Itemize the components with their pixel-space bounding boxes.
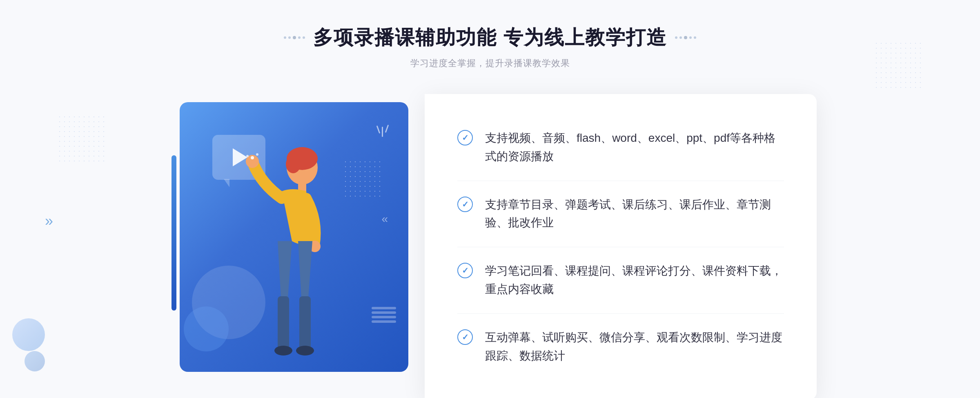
svg-rect-6 xyxy=(278,296,289,349)
page-circle-1 xyxy=(12,318,45,351)
check-icon-1: ✓ xyxy=(457,130,473,145)
accent-bar xyxy=(172,155,176,311)
svg-point-11 xyxy=(256,153,258,156)
check-mark-2: ✓ xyxy=(462,200,469,208)
feature-text-4: 互动弹幕、试听购买、微信分享、观看次数限制、学习进度跟踪、数据统计 xyxy=(485,329,784,365)
svg-point-12 xyxy=(246,155,249,157)
feature-text-3: 学习笔记回看、课程提问、课程评论打分、课件资料下载，重点内容收藏 xyxy=(485,262,784,299)
features-panel: ✓ 支持视频、音频、flash、word、excel、ppt、pdf等各种格式的… xyxy=(425,94,817,398)
svg-point-8 xyxy=(274,346,292,356)
svg-point-2 xyxy=(286,155,301,173)
header-dots-right xyxy=(675,36,696,39)
check-mark-4: ✓ xyxy=(462,333,469,341)
ray-3 xyxy=(376,125,381,134)
ray-1 xyxy=(382,127,383,137)
dot2 xyxy=(288,36,291,39)
header-title-row: 多项录播课辅助功能 专为线上教学打造 xyxy=(284,25,696,51)
lines-decoration xyxy=(372,307,396,323)
feature-item-2: ✓ 支持章节目录、弹题考试、课后练习、课后作业、章节测验、批改作业 xyxy=(457,181,784,248)
dot4 xyxy=(298,36,301,39)
svg-rect-7 xyxy=(299,296,311,349)
page-title: 多项录播课辅助功能 专为线上教学打造 xyxy=(313,25,666,51)
header-dots-left xyxy=(284,36,305,39)
page-circle-2 xyxy=(24,351,45,371)
feature-item-4: ✓ 互动弹幕、试听购买、微信分享、观看次数限制、学习进度跟踪、数据统计 xyxy=(457,314,784,380)
svg-point-10 xyxy=(251,156,254,159)
feature-item-1: ✓ 支持视频、音频、flash、word、excel、ppt、pdf等各种格式的… xyxy=(457,114,784,181)
header-section: 多项录播课辅助功能 专为线上教学打造 学习进度全掌握，提升录播课教学效果 xyxy=(284,25,696,69)
dot9 xyxy=(689,36,692,39)
illustration-container: « xyxy=(163,94,425,398)
dot8 xyxy=(684,36,687,39)
check-mark-1: ✓ xyxy=(462,134,469,142)
dot-pattern-left xyxy=(57,114,106,163)
illustration-background: « xyxy=(180,102,408,372)
dot1 xyxy=(284,36,286,39)
dot5 xyxy=(303,36,305,39)
page-subtitle: 学习进度全掌握，提升录播课教学效果 xyxy=(284,57,696,69)
dot7 xyxy=(679,36,682,39)
person-illustration xyxy=(220,135,351,372)
check-icon-4: ✓ xyxy=(457,329,473,345)
line-1 xyxy=(372,307,396,309)
dot6 xyxy=(675,36,677,39)
main-content: « xyxy=(163,94,817,398)
illus-arrows: « xyxy=(381,212,388,226)
line-3 xyxy=(372,316,396,318)
dot10 xyxy=(694,36,696,39)
feature-text-1: 支持视频、音频、flash、word、excel、ppt、pdf等各种格式的资源… xyxy=(485,129,784,166)
dot-pattern-right xyxy=(874,41,923,90)
check-mark-3: ✓ xyxy=(462,266,469,275)
svg-point-9 xyxy=(296,346,314,356)
ray-2 xyxy=(385,125,389,133)
chevron-left-decoration: » xyxy=(45,212,53,230)
page-container: » 多项录播课辅助功能 专为线上教学打造 学习进度全掌握，提升录播课教学效果 xyxy=(0,0,980,398)
feature-text-2: 支持章节目录、弹题考试、课后练习、课后作业、章节测验、批改作业 xyxy=(485,196,784,233)
check-icon-3: ✓ xyxy=(457,263,473,278)
dot3 xyxy=(293,36,296,39)
feature-item-3: ✓ 学习笔记回看、课程提问、课程评论打分、课件资料下载，重点内容收藏 xyxy=(457,247,784,314)
check-icon-2: ✓ xyxy=(457,197,473,212)
line-4 xyxy=(372,320,396,323)
line-2 xyxy=(372,311,396,314)
